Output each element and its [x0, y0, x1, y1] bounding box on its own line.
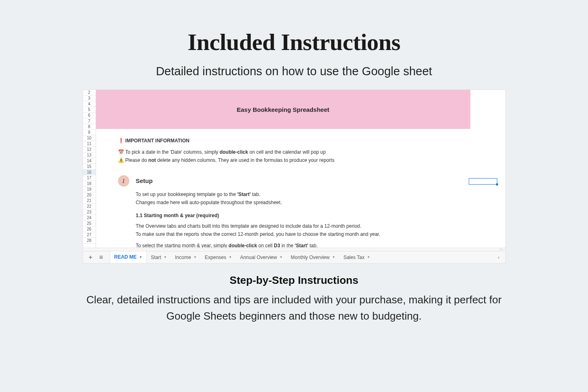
row-header[interactable]: 9 [83, 130, 96, 135]
sheet-tab-monthly-overview[interactable]: Monthly Overview▼ [287, 251, 339, 264]
bottom-body: Clear, detailed instructions and tips ar… [70, 292, 518, 324]
page-title: Included Instructions [0, 28, 588, 56]
row-header[interactable]: 27 [83, 232, 96, 238]
row-header[interactable]: 14 [83, 158, 96, 164]
row-header[interactable]: 24 [83, 215, 96, 221]
chevron-down-icon: ▼ [332, 255, 335, 259]
sheet-tab-income[interactable]: Income▼ [171, 251, 201, 264]
row-header[interactable]: 8 [83, 124, 96, 130]
tip-text: To pick a date in the 'Date' columns, si… [125, 149, 220, 155]
sheet-tab-annual-overview[interactable]: Annual Overview▼ [236, 251, 287, 264]
setup-text: To make sure that the reports show the c… [136, 231, 505, 238]
sheet-content: Easy Bookkeeping Spreadsheet ❗ IMPORTANT… [96, 90, 505, 248]
sheet-tab-start[interactable]: Start▼ [147, 251, 171, 264]
row-header[interactable]: 16 [83, 170, 96, 175]
row-header[interactable]: 26 [83, 226, 96, 232]
tab-label: Income [175, 255, 191, 260]
setup-text: Changes made here will auto-populate thr… [136, 199, 505, 206]
all-sheets-button[interactable]: ≡ [96, 252, 107, 263]
row-header[interactable]: 19 [83, 187, 96, 192]
tab-label: Start [151, 255, 161, 260]
add-sheet-button[interactable]: + [85, 252, 96, 263]
calendar-icon: 📅 [118, 149, 124, 155]
important-heading: IMPORTANT INFORMATION [125, 138, 190, 144]
setup-text: To set up your bookkeeping template go t… [136, 192, 238, 197]
warning-icon: ❗ [118, 138, 124, 144]
setup-title: Setup [136, 176, 153, 186]
chevron-down-icon: ▼ [164, 255, 167, 259]
tip-text: Please do [125, 157, 149, 163]
setup-text: in the [280, 243, 295, 248]
row-header-column: 2345678910111213141516171819202122232425… [83, 90, 96, 248]
spreadsheet-window: 2345678910111213141516171819202122232425… [83, 89, 506, 264]
tab-label: Sales Tax [343, 255, 365, 260]
setup-bold: 'Start' [295, 243, 308, 248]
tip-bold: not [149, 157, 156, 163]
row-header[interactable]: 12 [83, 147, 96, 152]
chevron-down-icon: ▼ [139, 255, 142, 259]
setup-bold: D3 [274, 243, 280, 248]
row-header[interactable]: 5 [83, 107, 96, 113]
row-header[interactable]: 10 [83, 135, 96, 141]
tab-label: READ ME [114, 254, 137, 260]
selected-cell[interactable] [469, 178, 497, 185]
alert-icon: ⚠️ [118, 157, 124, 163]
step-badge: 1 [118, 175, 129, 187]
page-subtitle: Detailed instructions on how to use the … [0, 65, 588, 78]
row-header[interactable]: 17 [83, 175, 96, 181]
sheet-tab-bar: + ≡ READ ME▼Start▼Income▼Expenses▼Annual… [83, 251, 505, 263]
chevron-down-icon: ▼ [367, 255, 370, 259]
scroll-tabs-icon[interactable]: ‹ [498, 255, 503, 260]
scroll-arrows-icon: ‹ › [500, 248, 503, 251]
row-header[interactable]: 21 [83, 198, 96, 204]
setup-text: To select the starting month & year, sim… [136, 243, 229, 248]
row-header[interactable]: 18 [83, 181, 96, 187]
sheet-tab-read-me[interactable]: READ ME▼ [110, 251, 147, 263]
chevron-down-icon: ▼ [229, 255, 232, 259]
row-header[interactable]: 23 [83, 209, 96, 215]
tab-label: Monthly Overview [291, 255, 330, 260]
row-header[interactable]: 2 [83, 90, 96, 96]
row-header[interactable]: 11 [83, 141, 96, 147]
row-header[interactable]: 15 [83, 164, 96, 170]
setup-text: on cell [257, 243, 274, 248]
setup-text: tab. [251, 192, 260, 197]
sheet-tab-sales-tax[interactable]: Sales Tax▼ [339, 251, 374, 264]
tab-label: Annual Overview [240, 255, 277, 260]
sheet-tab-expenses[interactable]: Expenses▼ [201, 251, 236, 264]
tab-label: Expenses [205, 255, 226, 260]
sheet-title-banner: Easy Bookkeeping Spreadsheet [96, 90, 470, 129]
tip-text: delete any hidden columns. They are used… [156, 157, 334, 163]
tip-text: on cell and the calendar will pop up [248, 149, 326, 155]
row-header[interactable]: 22 [83, 204, 96, 209]
row-header[interactable]: 25 [83, 221, 96, 226]
setup-text: The Overview tabs and charts built into … [136, 222, 505, 230]
row-header[interactable]: 4 [83, 101, 96, 107]
row-header[interactable]: 3 [83, 96, 96, 101]
setup-bold: 'Start' [237, 192, 251, 197]
chevron-down-icon: ▼ [193, 255, 197, 259]
row-header[interactable]: 13 [83, 152, 96, 158]
setup-text: tab. [308, 243, 317, 248]
setup-bold: double-click [229, 243, 257, 248]
row-header[interactable]: 28 [83, 238, 96, 244]
row-header[interactable]: 7 [83, 118, 96, 124]
tip-bold: double-click [220, 149, 248, 155]
row-header[interactable]: 20 [83, 192, 96, 198]
chevron-down-icon: ▼ [280, 255, 283, 259]
setup-subheader: 1.1 Starting month & year (required) [136, 212, 505, 219]
bottom-heading: Step-by-Step Instructions [0, 274, 588, 287]
row-header[interactable]: 6 [83, 113, 96, 118]
